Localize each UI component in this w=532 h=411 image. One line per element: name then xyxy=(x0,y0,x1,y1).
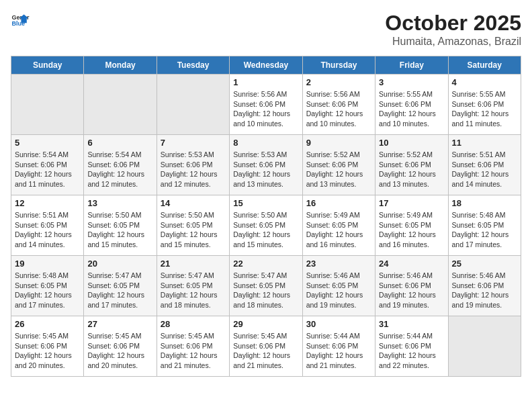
page-header: General Blue October 2025 Humaita, Amazo… xyxy=(11,11,521,48)
day-cell xyxy=(448,316,521,377)
day-number: 28 xyxy=(161,319,226,329)
day-info: Sunrise: 5:50 AMSunset: 6:05 PMDaylight:… xyxy=(233,210,298,250)
day-cell: 11Sunrise: 5:51 AMSunset: 6:06 PMDayligh… xyxy=(448,135,521,195)
week-row-2: 5Sunrise: 5:54 AMSunset: 6:06 PMDaylight… xyxy=(11,135,521,195)
day-info: Sunrise: 5:51 AMSunset: 6:05 PMDaylight:… xyxy=(15,210,80,250)
week-row-3: 12Sunrise: 5:51 AMSunset: 6:05 PMDayligh… xyxy=(11,195,521,256)
day-number: 17 xyxy=(379,198,444,208)
day-cell: 12Sunrise: 5:51 AMSunset: 6:05 PMDayligh… xyxy=(11,195,84,256)
day-number: 26 xyxy=(15,319,80,329)
day-cell: 13Sunrise: 5:50 AMSunset: 6:05 PMDayligh… xyxy=(84,195,157,256)
day-cell: 31Sunrise: 5:44 AMSunset: 6:06 PMDayligh… xyxy=(375,316,448,377)
day-number: 5 xyxy=(15,138,80,148)
day-info: Sunrise: 5:56 AMSunset: 6:06 PMDaylight:… xyxy=(233,89,298,129)
day-number: 6 xyxy=(87,138,152,148)
day-info: Sunrise: 5:48 AMSunset: 6:05 PMDaylight:… xyxy=(452,210,517,250)
day-info: Sunrise: 5:50 AMSunset: 6:05 PMDaylight:… xyxy=(87,210,152,250)
day-number: 10 xyxy=(379,138,444,148)
week-row-4: 19Sunrise: 5:48 AMSunset: 6:05 PMDayligh… xyxy=(11,256,521,316)
day-number: 25 xyxy=(452,259,517,269)
day-cell: 24Sunrise: 5:46 AMSunset: 6:06 PMDayligh… xyxy=(375,256,448,316)
day-cell: 5Sunrise: 5:54 AMSunset: 6:06 PMDaylight… xyxy=(11,135,84,195)
week-row-1: 1Sunrise: 5:56 AMSunset: 6:06 PMDaylight… xyxy=(11,75,521,135)
day-cell: 28Sunrise: 5:45 AMSunset: 6:06 PMDayligh… xyxy=(157,316,229,377)
day-cell xyxy=(84,75,157,135)
day-number: 20 xyxy=(87,259,152,269)
day-cell xyxy=(11,75,84,135)
day-number: 3 xyxy=(379,77,444,87)
day-number: 11 xyxy=(452,138,517,148)
weekday-header-sunday: Sunday xyxy=(11,56,84,75)
day-number: 9 xyxy=(306,138,371,148)
weekday-header-wednesday: Wednesday xyxy=(230,56,302,75)
day-number: 4 xyxy=(452,77,517,87)
day-info: Sunrise: 5:47 AMSunset: 6:05 PMDaylight:… xyxy=(233,271,298,310)
day-number: 22 xyxy=(233,259,298,269)
day-cell: 10Sunrise: 5:52 AMSunset: 6:06 PMDayligh… xyxy=(375,135,448,195)
day-number: 7 xyxy=(161,138,226,148)
day-info: Sunrise: 5:55 AMSunset: 6:06 PMDaylight:… xyxy=(452,89,517,129)
day-cell: 20Sunrise: 5:47 AMSunset: 6:05 PMDayligh… xyxy=(84,256,157,316)
day-number: 30 xyxy=(306,319,371,329)
day-info: Sunrise: 5:52 AMSunset: 6:06 PMDaylight:… xyxy=(306,150,371,189)
title-area: October 2025 Humaita, Amazonas, Brazil xyxy=(385,11,521,48)
day-cell xyxy=(157,75,229,135)
day-info: Sunrise: 5:45 AMSunset: 6:06 PMDaylight:… xyxy=(233,331,298,371)
day-number: 14 xyxy=(161,198,226,208)
day-cell: 27Sunrise: 5:45 AMSunset: 6:06 PMDayligh… xyxy=(84,316,157,377)
weekday-header-friday: Friday xyxy=(375,56,448,75)
day-number: 16 xyxy=(306,198,371,208)
day-cell: 23Sunrise: 5:46 AMSunset: 6:05 PMDayligh… xyxy=(302,256,375,316)
day-cell: 4Sunrise: 5:55 AMSunset: 6:06 PMDaylight… xyxy=(448,75,521,135)
day-number: 19 xyxy=(15,259,80,269)
day-info: Sunrise: 5:51 AMSunset: 6:06 PMDaylight:… xyxy=(452,150,517,189)
day-number: 15 xyxy=(233,198,298,208)
day-info: Sunrise: 5:44 AMSunset: 6:06 PMDaylight:… xyxy=(379,331,444,371)
day-info: Sunrise: 5:44 AMSunset: 6:06 PMDaylight:… xyxy=(306,331,371,371)
day-number: 12 xyxy=(15,198,80,208)
weekday-header-monday: Monday xyxy=(84,56,157,75)
weekday-header-saturday: Saturday xyxy=(448,56,521,75)
day-info: Sunrise: 5:46 AMSunset: 6:05 PMDaylight:… xyxy=(306,271,371,310)
day-cell: 1Sunrise: 5:56 AMSunset: 6:06 PMDaylight… xyxy=(230,75,302,135)
day-number: 24 xyxy=(379,259,444,269)
day-info: Sunrise: 5:50 AMSunset: 6:05 PMDaylight:… xyxy=(161,210,226,250)
day-cell: 21Sunrise: 5:47 AMSunset: 6:05 PMDayligh… xyxy=(157,256,229,316)
day-cell: 22Sunrise: 5:47 AMSunset: 6:05 PMDayligh… xyxy=(230,256,302,316)
day-info: Sunrise: 5:55 AMSunset: 6:06 PMDaylight:… xyxy=(379,89,444,129)
day-number: 1 xyxy=(233,77,298,87)
day-info: Sunrise: 5:53 AMSunset: 6:06 PMDaylight:… xyxy=(161,150,226,189)
day-cell: 15Sunrise: 5:50 AMSunset: 6:05 PMDayligh… xyxy=(230,195,302,256)
day-info: Sunrise: 5:54 AMSunset: 6:06 PMDaylight:… xyxy=(87,150,152,189)
day-info: Sunrise: 5:56 AMSunset: 6:06 PMDaylight:… xyxy=(306,89,371,129)
day-cell: 19Sunrise: 5:48 AMSunset: 6:05 PMDayligh… xyxy=(11,256,84,316)
day-cell: 14Sunrise: 5:50 AMSunset: 6:05 PMDayligh… xyxy=(157,195,229,256)
day-info: Sunrise: 5:48 AMSunset: 6:05 PMDaylight:… xyxy=(15,271,80,310)
day-number: 8 xyxy=(233,138,298,148)
day-cell: 2Sunrise: 5:56 AMSunset: 6:06 PMDaylight… xyxy=(302,75,375,135)
day-number: 29 xyxy=(233,319,298,329)
weekday-header-row: SundayMondayTuesdayWednesdayThursdayFrid… xyxy=(11,56,521,75)
day-info: Sunrise: 5:47 AMSunset: 6:05 PMDaylight:… xyxy=(87,271,152,310)
weekday-header-tuesday: Tuesday xyxy=(157,56,229,75)
day-number: 21 xyxy=(161,259,226,269)
day-cell: 17Sunrise: 5:49 AMSunset: 6:05 PMDayligh… xyxy=(375,195,448,256)
day-info: Sunrise: 5:46 AMSunset: 6:06 PMDaylight:… xyxy=(379,271,444,310)
day-cell: 26Sunrise: 5:45 AMSunset: 6:06 PMDayligh… xyxy=(11,316,84,377)
logo: General Blue xyxy=(11,11,30,30)
day-info: Sunrise: 5:47 AMSunset: 6:05 PMDaylight:… xyxy=(161,271,226,310)
day-info: Sunrise: 5:52 AMSunset: 6:06 PMDaylight:… xyxy=(379,150,444,189)
day-cell: 7Sunrise: 5:53 AMSunset: 6:06 PMDaylight… xyxy=(157,135,229,195)
day-cell: 3Sunrise: 5:55 AMSunset: 6:06 PMDaylight… xyxy=(375,75,448,135)
day-number: 23 xyxy=(306,259,371,269)
day-info: Sunrise: 5:45 AMSunset: 6:06 PMDaylight:… xyxy=(87,331,152,371)
day-cell: 30Sunrise: 5:44 AMSunset: 6:06 PMDayligh… xyxy=(302,316,375,377)
day-info: Sunrise: 5:45 AMSunset: 6:06 PMDaylight:… xyxy=(15,331,80,371)
day-cell: 18Sunrise: 5:48 AMSunset: 6:05 PMDayligh… xyxy=(448,195,521,256)
day-info: Sunrise: 5:53 AMSunset: 6:06 PMDaylight:… xyxy=(233,150,298,189)
day-number: 27 xyxy=(87,319,152,329)
day-number: 31 xyxy=(379,319,444,329)
day-cell: 29Sunrise: 5:45 AMSunset: 6:06 PMDayligh… xyxy=(230,316,302,377)
month-title: October 2025 xyxy=(385,11,521,36)
day-info: Sunrise: 5:45 AMSunset: 6:06 PMDaylight:… xyxy=(161,331,226,371)
